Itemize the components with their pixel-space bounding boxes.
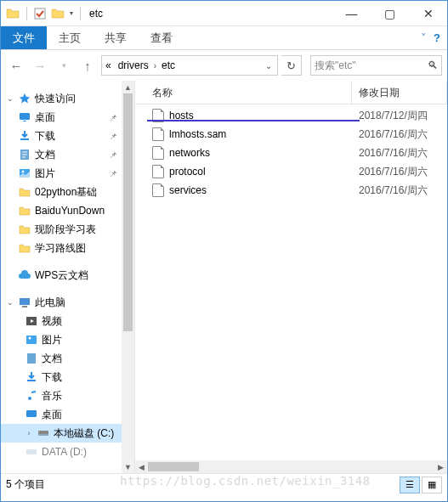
address-bar[interactable]: « drivers › etc ⌄ <box>101 55 278 76</box>
file-row[interactable]: hosts 2018/7/12/周四 <box>135 106 447 125</box>
nav-label: WPS云文档 <box>35 268 88 283</box>
nav-label: 音乐 <box>42 389 62 403</box>
horizontal-scrollbar[interactable]: ◀ ▶ <box>135 460 447 473</box>
star-icon <box>18 92 31 105</box>
tab-home[interactable]: 主页 <box>47 26 93 49</box>
close-button[interactable]: ✕ <box>409 1 447 25</box>
nav-wps-cloud[interactable]: WPS云文档 <box>1 266 134 285</box>
maximize-button[interactable]: ▢ <box>371 1 409 25</box>
download-icon <box>25 370 38 384</box>
file-row[interactable]: networks 2016/7/16/周六 <box>135 144 447 162</box>
quick-access-toolbar: ▾ <box>1 7 82 20</box>
file-row[interactable]: lmhosts.sam 2016/7/16/周六 <box>135 125 447 144</box>
nav-downloads[interactable]: 下载 <box>1 368 134 386</box>
file-date: 2016/7/16/周六 <box>352 146 447 161</box>
tab-file[interactable]: 文件 <box>1 26 47 49</box>
file-date: 2018/7/12/周四 <box>352 109 447 123</box>
nav-label: 下载 <box>42 370 62 385</box>
column-date[interactable]: 修改日期 <box>352 81 447 104</box>
folder-icon <box>6 7 20 20</box>
nav-desktop[interactable]: 桌面 📌︎ <box>1 108 134 127</box>
nav-downloads[interactable]: 下载 📌︎ <box>1 127 134 145</box>
back-button[interactable]: ← <box>6 55 26 76</box>
nav-folder[interactable]: 现阶段学习表 <box>1 220 134 239</box>
file-list: hosts 2018/7/12/周四 lmhosts.sam 2016/7/16… <box>135 104 447 200</box>
file-date: 2016/7/16/周六 <box>352 165 447 179</box>
minimize-button[interactable]: — <box>332 1 371 25</box>
navigation-row: ← → ▾ ↑ « drivers › etc ⌄ ↻ 搜索"etc" 🔍︎ <box>1 50 447 81</box>
svg-rect-15 <box>26 449 37 454</box>
nav-documents[interactable]: 文档 <box>1 349 134 368</box>
folder-icon <box>18 223 31 236</box>
ribbon-tabs: 文件 主页 共享 查看 ˅ ? <box>1 26 447 50</box>
file-row[interactable]: services 2016/7/16/周六 <box>135 181 447 200</box>
qat-dropdown-icon[interactable]: ▾ <box>70 9 73 17</box>
music-icon <box>25 389 38 403</box>
refresh-button[interactable]: ↻ <box>281 55 302 76</box>
nav-pictures[interactable]: 图片 📌︎ <box>1 164 134 183</box>
scroll-up-icon[interactable]: ▲ <box>122 81 134 93</box>
file-row[interactable]: protocol 2016/7/16/周六 <box>135 162 447 181</box>
checkbox-icon[interactable] <box>34 8 46 20</box>
address-dropdown-icon[interactable]: ⌄ <box>260 61 277 71</box>
svg-rect-7 <box>22 306 27 307</box>
nav-pictures[interactable]: 图片 <box>1 330 134 349</box>
nav-this-pc[interactable]: ⌄ 此电脑 <box>1 293 134 312</box>
nav-label: DATA (D:) <box>42 446 87 458</box>
svg-rect-9 <box>26 336 37 344</box>
scroll-down-icon[interactable]: ▼ <box>122 460 134 473</box>
status-bar: 5 个项目 ☰ ▦ <box>1 473 447 495</box>
recent-dropdown-icon[interactable]: ▾ <box>54 55 74 76</box>
ribbon-chevron-icon[interactable]: ˅ <box>421 31 427 44</box>
nav-documents[interactable]: 文档 📌︎ <box>1 145 134 164</box>
nav-desktop[interactable]: 桌面 <box>1 405 134 424</box>
nav-videos[interactable]: 视频 <box>1 312 134 330</box>
expand-icon[interactable]: ⌄ <box>6 94 14 103</box>
breadcrumb-etc[interactable]: etc <box>158 56 179 75</box>
pictures-icon <box>25 333 38 347</box>
nav-label: 02python基础 <box>35 185 97 200</box>
title-bar: ▾ etc — ▢ ✕ <box>1 1 447 26</box>
tab-view[interactable]: 查看 <box>139 26 184 49</box>
document-icon <box>18 148 31 161</box>
search-icon[interactable]: 🔍︎ <box>428 59 438 71</box>
folder-icon <box>18 185 31 199</box>
pictures-icon <box>18 166 31 180</box>
search-input[interactable]: 搜索"etc" 🔍︎ <box>310 55 442 76</box>
desktop-icon <box>18 110 31 124</box>
scroll-thumb[interactable] <box>148 462 199 471</box>
scroll-left-icon[interactable]: ◀ <box>135 460 148 473</box>
nav-scrollbar[interactable]: ▲ ▼ <box>122 81 134 473</box>
forward-button[interactable]: → <box>30 55 50 76</box>
nav-folder[interactable]: 学习路线图 <box>1 239 134 257</box>
expand-icon[interactable]: › <box>25 429 33 437</box>
folder-icon[interactable] <box>51 7 65 20</box>
pc-icon <box>18 296 31 309</box>
scroll-thumb[interactable] <box>123 93 133 331</box>
chevron-right-icon[interactable]: › <box>152 61 158 71</box>
help-icon[interactable]: ? <box>434 31 440 44</box>
status-item-count: 5 个项目 <box>6 477 45 492</box>
svg-point-5 <box>22 171 25 173</box>
nav-drive-d[interactable]: DATA (D:) <box>1 443 134 461</box>
cloud-icon <box>18 268 31 282</box>
nav-quick-access[interactable]: ⌄ 快速访问 <box>1 89 134 108</box>
view-icons-button[interactable]: ▦ <box>422 477 442 494</box>
nav-music[interactable]: 音乐 <box>1 386 134 405</box>
svg-point-10 <box>29 337 31 340</box>
breadcrumb-drivers[interactable]: drivers <box>115 56 152 75</box>
nav-label: 下载 <box>35 129 55 144</box>
breadcrumb-prefix[interactable]: « <box>102 56 115 75</box>
column-name[interactable]: 名称 <box>135 81 352 104</box>
up-button[interactable]: ↑ <box>77 55 98 76</box>
tab-share[interactable]: 共享 <box>93 26 139 49</box>
nav-folder[interactable]: 02python基础 <box>1 183 134 201</box>
expand-icon[interactable]: ⌄ <box>6 298 14 307</box>
view-details-button[interactable]: ☰ <box>400 477 420 494</box>
nav-drive-c[interactable]: › 本地磁盘 (C:) <box>1 424 134 443</box>
separator <box>80 7 81 20</box>
svg-rect-14 <box>38 434 48 436</box>
nav-folder[interactable]: BaiduYunDown <box>1 201 134 220</box>
svg-rect-0 <box>35 8 45 19</box>
scroll-right-icon[interactable]: ▶ <box>434 460 447 473</box>
